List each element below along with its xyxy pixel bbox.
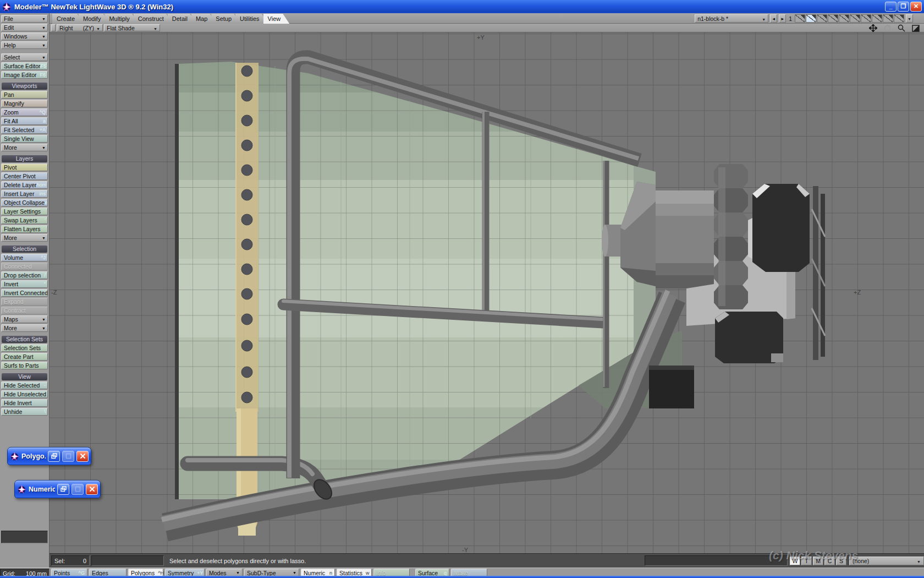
shortcut-key: ins bbox=[39, 191, 46, 197]
layer-bank-dropdown[interactable] bbox=[906, 14, 913, 23]
pan-view-icon[interactable] bbox=[867, 24, 879, 32]
viewport-right-zy[interactable]: +Y -Y -Z +Z bbox=[50, 32, 924, 553]
fit-selected-button[interactable]: Fit Selected+A bbox=[1, 126, 48, 134]
insert-layer-button[interactable]: Insert Layerins bbox=[1, 190, 48, 198]
layer-slot-1[interactable] bbox=[795, 14, 805, 23]
view-direction-dropdown[interactable]: Right (ZY) bbox=[57, 24, 103, 31]
selection-sets-button[interactable]: Selection Sets bbox=[1, 344, 48, 352]
selection-count-label: Sel: bbox=[54, 558, 65, 564]
layer-slot-5[interactable] bbox=[839, 14, 849, 23]
maps-label: Maps bbox=[4, 316, 18, 323]
polygon-statistics-window[interactable]: Polygo... bbox=[7, 447, 91, 465]
shortcut-key: a bbox=[43, 118, 46, 124]
create-part-button[interactable]: Create Part bbox=[1, 353, 48, 361]
single-view-label: Single View bbox=[4, 135, 34, 142]
numeric-window[interactable]: Numeric bbox=[14, 480, 101, 498]
minimize-button[interactable]: _ bbox=[885, 2, 897, 12]
edit-menu[interactable]: Edit bbox=[1, 24, 48, 31]
restore-button[interactable] bbox=[57, 484, 69, 495]
vmap-texture-button[interactable]: T bbox=[801, 557, 812, 565]
single-view-button[interactable]: Single View bbox=[1, 135, 48, 143]
layer-settings-button[interactable]: Layer Settings bbox=[1, 208, 48, 215]
vmap-selection-button[interactable]: S bbox=[836, 557, 846, 565]
surface-editor-label: Surface Editor bbox=[4, 63, 41, 69]
layer-slot-2[interactable] bbox=[806, 14, 816, 23]
shortcut-key: F6 bbox=[40, 72, 46, 78]
close-button[interactable]: ✕ bbox=[910, 2, 922, 12]
zoom-label: Zoom bbox=[4, 109, 19, 116]
invert-connected-button[interactable]: Invert Connected] bbox=[1, 289, 48, 297]
zoom-view-icon[interactable] bbox=[895, 24, 908, 32]
tab-view[interactable]: View bbox=[263, 14, 290, 24]
restore-button[interactable] bbox=[48, 451, 60, 462]
layers-group-header: Layers bbox=[2, 155, 47, 162]
zoom-button[interactable]: Zoom^Q bbox=[1, 108, 48, 116]
current-object-dropdown[interactable]: n1-block-b * bbox=[695, 14, 768, 23]
center-pivot-button[interactable]: Center Pivot bbox=[1, 172, 48, 180]
layer-slot-4[interactable] bbox=[828, 14, 838, 23]
maximize-icon bbox=[75, 486, 81, 492]
secondary-status-box bbox=[91, 555, 164, 566]
axis-label-right: +Z bbox=[854, 289, 861, 296]
layer-slot-9[interactable] bbox=[883, 14, 893, 23]
layers-more-dropdown[interactable]: More bbox=[1, 234, 48, 242]
rotate-view-icon[interactable] bbox=[881, 24, 893, 32]
layer-slot-7[interactable] bbox=[861, 14, 871, 23]
flatten-layers-button[interactable]: Flatten Layers bbox=[1, 225, 48, 233]
vmap-color-button[interactable]: C bbox=[824, 557, 835, 565]
help-menu[interactable]: Help bbox=[1, 41, 48, 49]
next-layer-button[interactable]: ▸ bbox=[779, 14, 786, 23]
surface-editor-button[interactable]: Surface Editor F5 bbox=[1, 62, 48, 70]
pivot-button[interactable]: Pivot bbox=[1, 163, 48, 171]
pan-button[interactable]: Pan bbox=[1, 91, 48, 99]
unhide-button[interactable]: Unhide\ bbox=[1, 408, 48, 416]
hide-unselected-button[interactable]: Hide Unselected= bbox=[1, 390, 48, 398]
volume-button[interactable]: Volume^J bbox=[1, 254, 48, 261]
hide-invert-button[interactable]: Hide Invert bbox=[1, 399, 48, 407]
tab-construct[interactable]: Construct bbox=[134, 14, 173, 24]
invert-button[interactable]: Invert" bbox=[1, 280, 48, 288]
layer-slot-8[interactable] bbox=[872, 14, 882, 23]
vmap-morph-button[interactable]: M bbox=[813, 557, 823, 565]
window-title: Modeler™ NewTek LightWave 3D ® 9.2 (Win3… bbox=[14, 3, 882, 11]
selection-sets-label: Selection Sets bbox=[4, 345, 41, 351]
layer-slot-10[interactable] bbox=[894, 14, 904, 23]
shading-mode-dropdown[interactable]: Flat Shade bbox=[104, 24, 160, 31]
vmap-selector-dropdown[interactable]: (none) bbox=[849, 557, 924, 565]
invert-label: Invert bbox=[4, 281, 18, 287]
viewports-more-dropdown[interactable]: More bbox=[1, 144, 48, 151]
swap-layers-button[interactable]: Swap Layers' bbox=[1, 216, 48, 224]
axis-label-bottom: -Y bbox=[462, 547, 469, 553]
pan-label: Pan bbox=[4, 91, 14, 98]
fit-all-button[interactable]: Fit Alla bbox=[1, 117, 48, 125]
axis-label-left: -Z bbox=[51, 289, 57, 296]
shortcut-key: - bbox=[44, 383, 46, 388]
vmap-weight-button[interactable]: W bbox=[790, 557, 800, 565]
magnify-button[interactable]: Magnify bbox=[1, 100, 48, 107]
viewport-drag-handle[interactable] bbox=[51, 24, 56, 31]
close-button[interactable] bbox=[76, 451, 89, 462]
title-bar[interactable]: Modeler™ NewTek LightWave 3D ® 9.2 (Win3… bbox=[0, 0, 924, 13]
file-menu[interactable]: File bbox=[1, 15, 48, 23]
volume-label: Volume bbox=[4, 254, 23, 261]
windows-menu[interactable]: Windows bbox=[1, 32, 48, 40]
close-button[interactable] bbox=[86, 484, 98, 495]
tab-multiply[interactable]: Multiply bbox=[105, 14, 138, 24]
layer-slot-6[interactable] bbox=[850, 14, 860, 23]
layer-slot-3[interactable] bbox=[817, 14, 827, 23]
restore-button[interactable]: ❐ bbox=[898, 2, 909, 12]
prev-layer-button[interactable]: ◂ bbox=[770, 14, 777, 23]
hide-selected-button[interactable]: Hide Selected- bbox=[1, 381, 48, 389]
selection-more-dropdown[interactable]: More bbox=[1, 324, 48, 332]
select-menu[interactable]: Select bbox=[1, 53, 48, 61]
maps-dropdown[interactable]: Maps bbox=[1, 315, 48, 323]
maximize-viewport-icon[interactable] bbox=[910, 24, 922, 32]
create-part-label: Create Part bbox=[4, 353, 34, 360]
current-object-name: n1-block-b * bbox=[697, 15, 760, 22]
object-collapse-button[interactable]: Object Collapseend bbox=[1, 199, 48, 206]
surfs-to-parts-button[interactable]: Surfs to Parts bbox=[1, 362, 48, 369]
image-editor-button[interactable]: Image Editor F6 bbox=[1, 71, 48, 79]
delete-layer-button[interactable]: Delete Layerhom bbox=[1, 181, 48, 189]
selection-count-value: 0 bbox=[83, 558, 86, 564]
drop-selection-button[interactable]: Drop selection/ bbox=[1, 271, 48, 279]
